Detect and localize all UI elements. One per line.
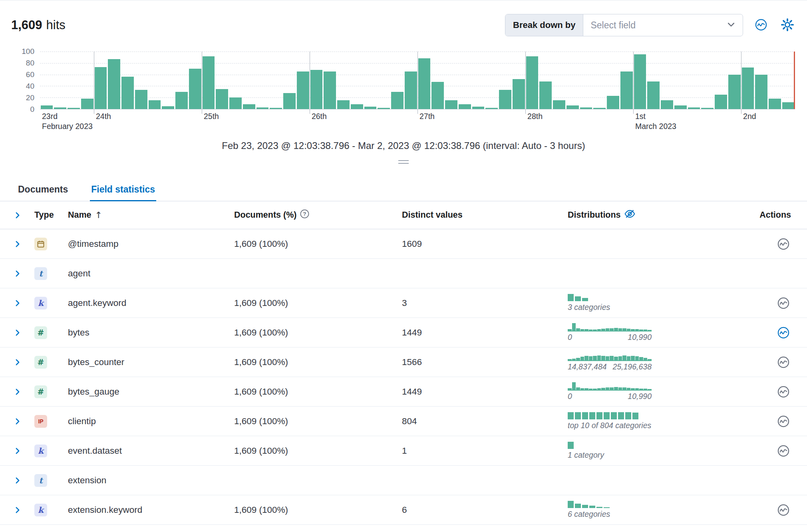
field-stats-action-icon[interactable] [776, 296, 791, 311]
histogram-settings-button[interactable] [779, 17, 796, 34]
histogram-bar[interactable] [256, 107, 269, 109]
question-circle-icon[interactable]: ? [300, 209, 309, 221]
histogram-bar[interactable] [95, 67, 107, 109]
histogram-bar[interactable] [121, 77, 134, 109]
field-stats-action-icon[interactable] [776, 236, 791, 252]
histogram-bar[interactable] [688, 107, 700, 109]
histogram-bar[interactable] [405, 71, 417, 109]
spark-bar [627, 356, 631, 360]
tab-field-statistics[interactable]: Field statistics [90, 177, 156, 201]
histogram-bar[interactable] [499, 90, 511, 109]
histogram-bar[interactable] [620, 71, 633, 109]
histogram-bar[interactable] [337, 100, 350, 109]
histogram-bar[interactable] [81, 99, 93, 109]
histogram-bar[interactable] [701, 108, 714, 109]
panel-resize-handle[interactable] [398, 160, 409, 164]
breakdown-select[interactable]: Select field [583, 14, 743, 36]
histogram-bar[interactable] [728, 75, 741, 109]
histogram-bar[interactable] [175, 92, 188, 109]
eye-slash-icon[interactable] [624, 208, 635, 222]
histogram-bar[interactable] [580, 107, 592, 109]
field-type-icon-keyword: k [34, 504, 47, 516]
histogram-bar[interactable] [634, 54, 646, 109]
expand-all-header[interactable] [14, 211, 34, 219]
column-header-name[interactable]: Name ↑ [68, 210, 234, 220]
column-header-documents[interactable]: Documents (%) ? [234, 209, 402, 221]
tab-documents[interactable]: Documents [17, 177, 69, 201]
histogram-bar[interactable] [755, 75, 767, 109]
chevron-right-icon[interactable] [14, 270, 34, 278]
histogram-bar[interactable] [539, 81, 552, 109]
histogram-bar[interactable] [54, 107, 66, 109]
range-min: 0 [568, 333, 572, 342]
histogram-bar[interactable] [566, 105, 579, 109]
field-stats-action-icon[interactable] [776, 414, 791, 429]
field-stats-action-icon[interactable] [776, 355, 791, 370]
histogram-bar[interactable] [216, 89, 228, 109]
histogram-bar[interactable] [283, 93, 296, 109]
chevron-right-icon[interactable] [14, 476, 34, 484]
column-header-distinct-values[interactable]: Distinct values [402, 210, 568, 220]
column-header-type[interactable]: Type [34, 210, 68, 220]
plot-area [40, 52, 795, 109]
field-stats-action-icon[interactable] [776, 443, 791, 459]
histogram-bar[interactable] [661, 100, 673, 109]
field-stats-action-icon[interactable] [776, 502, 791, 518]
chevron-right-icon[interactable] [14, 447, 34, 455]
chevron-right-icon[interactable] [14, 358, 34, 366]
sort-ascending-icon: ↑ [95, 210, 102, 220]
histogram-bar[interactable] [553, 100, 565, 109]
histogram-bar[interactable] [593, 108, 606, 109]
chevron-right-icon[interactable] [14, 417, 34, 425]
spark-bar [648, 330, 652, 331]
histogram-bar[interactable] [68, 108, 80, 109]
histogram-bar[interactable] [324, 71, 336, 109]
histogram-bar[interactable] [445, 100, 457, 109]
range-max: 10,990 [628, 333, 652, 342]
histogram-bar[interactable] [297, 71, 309, 109]
histogram-bar[interactable] [391, 92, 404, 109]
chart-options-button[interactable] [753, 17, 769, 34]
histogram-bar[interactable] [782, 102, 795, 109]
histogram-bar[interactable] [647, 81, 660, 109]
histogram-bar[interactable] [149, 100, 161, 109]
histogram-bar[interactable] [513, 79, 525, 109]
spark-bar [593, 330, 597, 331]
histogram-bar[interactable] [364, 107, 377, 109]
chevron-right-icon[interactable] [14, 506, 34, 514]
histogram-bar[interactable] [243, 104, 255, 109]
chevron-right-icon[interactable] [14, 388, 34, 396]
histogram-bar[interactable] [189, 69, 201, 109]
histogram-bar[interactable] [41, 105, 53, 109]
histogram-bar[interactable] [485, 108, 498, 109]
histogram-bar[interactable] [108, 59, 120, 109]
histogram-bar[interactable] [310, 70, 323, 109]
histogram-bar[interactable] [378, 108, 390, 109]
chevron-right-icon[interactable] [14, 329, 34, 337]
histogram-bar[interactable] [472, 107, 485, 109]
histogram-bar[interactable] [351, 104, 363, 109]
histogram-bar[interactable] [459, 104, 471, 109]
histogram-bar[interactable] [742, 67, 754, 109]
histogram-bar[interactable] [162, 106, 174, 109]
field-name: event.dataset [68, 446, 234, 456]
histogram-bar[interactable] [769, 99, 781, 109]
histogram-bar[interactable] [607, 96, 619, 109]
histogram-bar[interactable] [270, 108, 282, 109]
pulse-chart-icon [754, 18, 768, 33]
field-stats-action-icon[interactable] [776, 384, 791, 399]
distribution-range-labels: 010,990 [568, 392, 652, 401]
histogram-bar[interactable] [431, 82, 444, 109]
histogram-bar[interactable] [135, 90, 147, 109]
spark-bar [580, 357, 584, 360]
chevron-right-icon[interactable] [14, 299, 34, 307]
field-stats-action-icon[interactable] [776, 325, 791, 340]
histogram-bar[interactable] [526, 56, 539, 109]
column-header-distributions[interactable]: Distributions [568, 208, 751, 222]
histogram-bar[interactable] [203, 56, 215, 109]
histogram-bar[interactable] [418, 58, 431, 109]
histogram-bar[interactable] [715, 95, 727, 109]
chevron-right-icon[interactable] [14, 240, 34, 248]
histogram-bar[interactable] [674, 105, 687, 109]
histogram-bar[interactable] [229, 97, 242, 109]
